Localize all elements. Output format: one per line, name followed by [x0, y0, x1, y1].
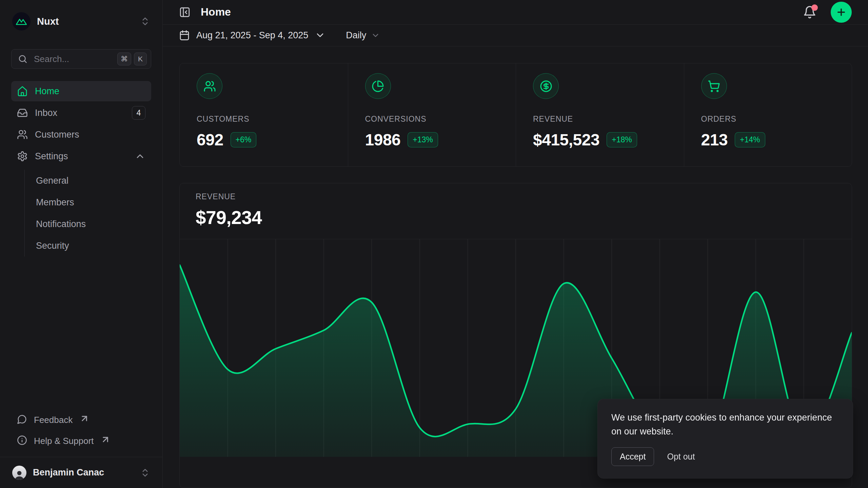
revenue-chart-value: $79,234	[196, 207, 836, 228]
header-actions	[803, 2, 852, 23]
sidebar-secondary-nav: Feedback Help & Support	[11, 410, 151, 452]
opt-out-button[interactable]: Opt out	[667, 452, 695, 462]
user-name: Benjamin Canac	[33, 467, 104, 478]
nav-label: Home	[35, 86, 59, 97]
info-circle-icon	[17, 435, 27, 445]
stat-conversions[interactable]: CONVERSIONS 1986 +13%	[348, 63, 516, 166]
sidebar: Nuxt Search... ⌘ K Home Inbox 4	[0, 0, 163, 488]
sidebar-nav: Home Inbox 4 Customers Settings Genera	[11, 81, 151, 259]
revenue-chart-label: REVENUE	[196, 192, 836, 201]
workspace-name: Nuxt	[37, 16, 59, 27]
stats-card: CUSTOMERS 692 +6% CONVERSIONS 1986 +13%	[179, 63, 852, 167]
stat-orders[interactable]: ORDERS 213 +14%	[684, 63, 852, 166]
kbd-k: K	[134, 53, 147, 65]
page-header: Home	[163, 0, 868, 25]
sidebar-item-security[interactable]: Security	[25, 235, 151, 257]
stat-value: 1986	[365, 130, 401, 149]
search-input[interactable]: Search... ⌘ K	[11, 49, 151, 69]
stat-value: 213	[701, 130, 728, 149]
settings-subnav: General Members Notifications Security	[24, 170, 151, 257]
stat-label: REVENUE	[533, 115, 684, 124]
date-range-value: Aug 21, 2025 - Sep 4, 2025	[196, 30, 308, 41]
search-placeholder: Search...	[34, 54, 69, 64]
panel-left-close-icon[interactable]	[179, 6, 191, 18]
sidebar-item-home[interactable]: Home	[11, 81, 151, 101]
nav-label: Inbox	[35, 108, 57, 118]
stat-delta-badge: +18%	[607, 132, 637, 147]
sidebar-item-members[interactable]: Members	[25, 191, 151, 213]
search-shortcut: ⌘ K	[117, 53, 147, 65]
chevron-down-icon	[315, 30, 326, 41]
dollar-circle-icon	[533, 73, 559, 99]
stat-delta-badge: +13%	[408, 132, 438, 147]
pie-chart-icon	[365, 73, 391, 99]
feedback-label: Feedback	[34, 414, 73, 426]
notifications-button[interactable]	[803, 5, 816, 19]
avatar	[12, 466, 26, 480]
help-support-link[interactable]: Help & Support	[11, 431, 151, 452]
cookie-message: We use first-party cookies to enhance yo…	[611, 411, 839, 439]
gear-icon	[17, 151, 28, 162]
cookie-actions: Accept Opt out	[611, 447, 839, 466]
stat-delta-badge: +6%	[231, 132, 257, 147]
shopping-cart-icon	[701, 73, 727, 99]
inbox-icon	[17, 107, 28, 118]
chevrons-up-down-icon	[140, 16, 150, 26]
date-range-picker[interactable]: Aug 21, 2025 - Sep 4, 2025	[179, 30, 326, 41]
chevron-up-icon	[135, 151, 145, 162]
feedback-link[interactable]: Feedback	[11, 410, 151, 431]
page-title: Home	[201, 6, 231, 18]
stat-revenue[interactable]: REVENUE $415,523 +18%	[516, 63, 684, 166]
granularity-select[interactable]: Daily	[346, 30, 380, 41]
sidebar-item-notifications[interactable]: Notifications	[25, 213, 151, 235]
add-button[interactable]	[831, 2, 852, 23]
sidebar-item-inbox[interactable]: Inbox 4	[11, 103, 151, 123]
stat-label: ORDERS	[701, 115, 852, 124]
external-link-icon	[100, 435, 111, 445]
stat-label: CUSTOMERS	[197, 115, 348, 124]
chat-bubble-icon	[17, 414, 27, 424]
kbd-cmd: ⌘	[117, 53, 131, 65]
stat-value: $415,523	[533, 130, 599, 149]
accept-button[interactable]: Accept	[611, 447, 654, 466]
granularity-value: Daily	[346, 30, 366, 41]
sidebar-item-customers[interactable]: Customers	[11, 124, 151, 145]
workspace-switcher[interactable]: Nuxt	[11, 11, 151, 32]
nav-label: Customers	[35, 129, 79, 140]
users-icon	[197, 73, 222, 99]
chevrons-up-down-icon	[140, 468, 150, 478]
nuxt-logo	[12, 12, 31, 30]
nav-label: Settings	[35, 151, 68, 162]
search-icon	[18, 54, 28, 64]
plus-icon	[836, 7, 847, 18]
unread-indicator	[811, 4, 818, 11]
stat-value: 692	[197, 130, 223, 149]
stat-customers[interactable]: CUSTOMERS 692 +6%	[180, 63, 348, 166]
external-link-icon	[79, 414, 90, 424]
chevron-down-icon	[371, 31, 380, 40]
revenue-chart-header: REVENUE $79,234	[180, 183, 852, 228]
calendar-icon	[179, 30, 190, 41]
home-icon	[17, 86, 28, 97]
cookie-banner: We use first-party cookies to enhance yo…	[597, 399, 853, 479]
users-icon	[17, 129, 28, 140]
filter-bar: Aug 21, 2025 - Sep 4, 2025 Daily	[163, 25, 868, 46]
user-menu[interactable]: Benjamin Canac	[0, 457, 162, 488]
inbox-count-badge: 4	[132, 106, 145, 120]
sidebar-item-general[interactable]: General	[25, 170, 151, 191]
stat-label: CONVERSIONS	[365, 115, 516, 124]
sidebar-item-settings[interactable]: Settings	[11, 146, 151, 166]
stat-delta-badge: +14%	[735, 132, 765, 147]
sidebar-spacer	[0, 259, 162, 410]
help-support-label: Help & Support	[34, 435, 94, 447]
